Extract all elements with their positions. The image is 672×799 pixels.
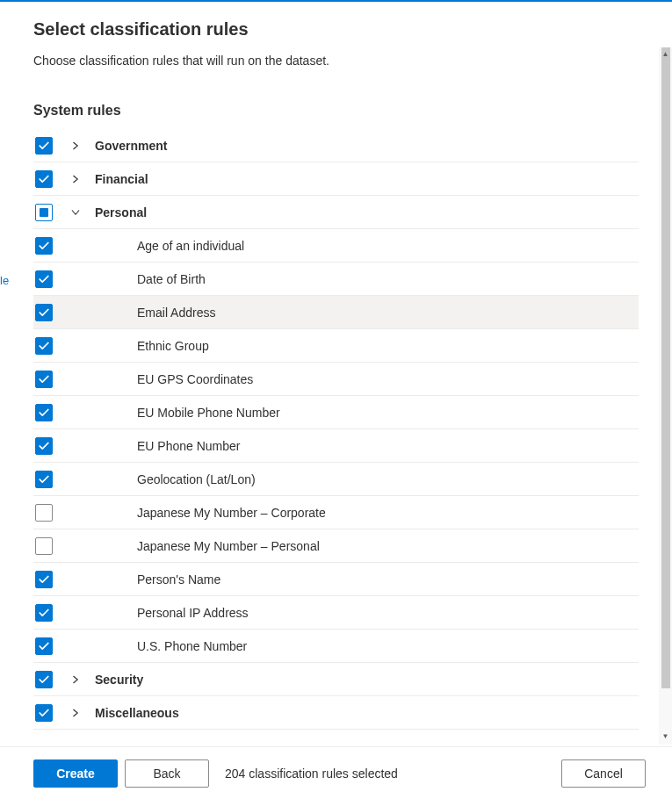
rule-label[interactable]: Japanese My Number – Corporate bbox=[137, 506, 326, 520]
rule-checkbox[interactable] bbox=[35, 504, 53, 522]
chevron-right-icon[interactable] bbox=[69, 706, 83, 720]
rule-child-row: Age of an individual bbox=[33, 229, 639, 263]
rule-label[interactable]: Email Address bbox=[137, 306, 215, 320]
rule-child-row: Date of Birth bbox=[33, 263, 639, 296]
group-label[interactable]: Financial bbox=[95, 172, 148, 186]
rule-checkbox[interactable] bbox=[35, 237, 53, 255]
cancel-button[interactable]: Cancel bbox=[561, 759, 646, 788]
chevron-right-icon[interactable] bbox=[69, 172, 83, 186]
selection-status: 204 classification rules selected bbox=[225, 767, 398, 781]
group-label[interactable]: Personal bbox=[95, 205, 147, 220]
scroll-down-arrow-icon[interactable]: ▼ bbox=[659, 730, 672, 743]
rule-checkbox[interactable] bbox=[35, 404, 53, 421]
page-description: Choose classification rules that will ru… bbox=[33, 54, 639, 68]
rule-checkbox[interactable] bbox=[35, 537, 53, 555]
rule-label[interactable]: Ethnic Group bbox=[137, 339, 209, 353]
rule-group-row: Government bbox=[33, 129, 639, 162]
rule-child-row: Geolocation (Lat/Lon) bbox=[33, 463, 639, 496]
rule-checkbox[interactable] bbox=[35, 571, 53, 588]
group-label[interactable]: Government bbox=[95, 139, 167, 153]
chevron-right-icon[interactable] bbox=[69, 139, 83, 153]
rule-group-row: Personal bbox=[33, 196, 639, 229]
section-title-system-rules: System rules bbox=[33, 103, 639, 119]
scrollbar-thumb[interactable] bbox=[661, 47, 670, 688]
group-checkbox[interactable] bbox=[35, 204, 53, 221]
rule-child-row: Email Address bbox=[33, 296, 639, 329]
rule-child-row: Personal IP Address bbox=[33, 596, 639, 630]
rule-label[interactable]: U.S. Phone Number bbox=[137, 639, 247, 653]
rule-child-row: U.S. Phone Number bbox=[33, 630, 639, 663]
rule-checkbox[interactable] bbox=[35, 437, 53, 455]
group-label[interactable]: Miscellaneous bbox=[95, 706, 179, 720]
rule-label[interactable]: Japanese My Number – Personal bbox=[137, 539, 320, 553]
rule-list: GovernmentFinancialPersonalAge of an ind… bbox=[33, 129, 639, 730]
rule-group-row: Security bbox=[33, 663, 639, 696]
rule-label[interactable]: Age of an individual bbox=[137, 239, 244, 253]
page-title: Select classification rules bbox=[33, 19, 639, 40]
rule-label[interactable]: Geolocation (Lat/Lon) bbox=[137, 472, 256, 486]
rule-checkbox[interactable] bbox=[35, 371, 53, 388]
rule-label[interactable]: Person's Name bbox=[137, 572, 220, 587]
rule-checkbox[interactable] bbox=[35, 337, 53, 355]
rule-checkbox[interactable] bbox=[35, 637, 53, 655]
group-checkbox[interactable] bbox=[35, 704, 53, 722]
rule-label[interactable]: EU Phone Number bbox=[137, 439, 241, 453]
scroll-up-arrow-icon[interactable]: ▲ bbox=[659, 47, 672, 61]
rule-label[interactable]: EU Mobile Phone Number bbox=[137, 406, 280, 420]
rule-label[interactable]: EU GPS Coordinates bbox=[137, 372, 253, 386]
left-edge-text: le bbox=[0, 274, 9, 287]
rule-checkbox[interactable] bbox=[35, 471, 53, 488]
rule-checkbox[interactable] bbox=[35, 304, 53, 321]
rule-child-row: EU Phone Number bbox=[33, 429, 639, 463]
rule-group-row: Miscellaneous bbox=[33, 696, 639, 730]
scrollbar-track[interactable] bbox=[659, 47, 672, 745]
rule-child-row: EU GPS Coordinates bbox=[33, 363, 639, 396]
rule-checkbox[interactable] bbox=[35, 270, 53, 288]
rule-child-row: Person's Name bbox=[33, 563, 639, 596]
chevron-right-icon[interactable] bbox=[69, 673, 83, 687]
footer-bar: Create Back 204 classification rules sel… bbox=[0, 746, 672, 799]
back-button[interactable]: Back bbox=[125, 759, 209, 788]
create-button[interactable]: Create bbox=[33, 759, 118, 788]
rule-child-row: Japanese My Number – Personal bbox=[33, 529, 639, 563]
rule-child-row: EU Mobile Phone Number bbox=[33, 396, 639, 429]
rule-group-row: Financial bbox=[33, 162, 639, 196]
group-checkbox[interactable] bbox=[35, 671, 53, 688]
rule-checkbox[interactable] bbox=[35, 604, 53, 622]
main-content: Select classification rules Choose class… bbox=[0, 2, 672, 745]
rule-label[interactable]: Personal IP Address bbox=[137, 606, 249, 620]
rule-child-row: Ethnic Group bbox=[33, 329, 639, 363]
group-checkbox[interactable] bbox=[35, 170, 53, 188]
rule-child-row: Japanese My Number – Corporate bbox=[33, 496, 639, 529]
group-checkbox[interactable] bbox=[35, 137, 53, 155]
group-label[interactable]: Security bbox=[95, 673, 143, 687]
chevron-down-icon[interactable] bbox=[69, 205, 83, 220]
rule-label[interactable]: Date of Birth bbox=[137, 272, 206, 286]
